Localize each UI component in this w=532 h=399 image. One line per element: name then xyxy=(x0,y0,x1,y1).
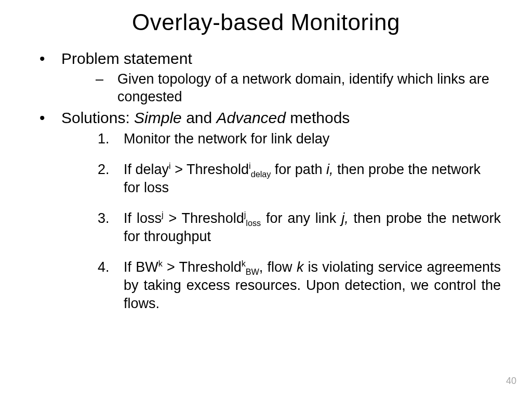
solutions-post: methods xyxy=(286,109,350,126)
slide: Overlay-based Monitoring Problem stateme… xyxy=(0,0,532,313)
t2a: If delay xyxy=(124,162,169,177)
t2sub2: delay xyxy=(251,169,271,179)
t4a: If BW xyxy=(124,259,158,275)
t4sup1: k xyxy=(158,259,163,268)
t3sub2: loss xyxy=(246,218,261,228)
bullet-list: Problem statement Given topology of a ne… xyxy=(31,50,501,313)
t4b: > Threshold xyxy=(163,259,242,275)
solutions-and: and xyxy=(182,109,217,126)
t3c: for any link xyxy=(261,210,341,226)
bullet-solutions: Solutions: Simple and Advanced methods M… xyxy=(31,109,501,313)
num-item-1: Monitor the network for link delay xyxy=(61,130,501,148)
t3b: > Threshold xyxy=(164,210,244,226)
t2c: for path xyxy=(271,162,326,177)
t2i: i, xyxy=(326,162,334,177)
num-item-2: If delayi > Thresholdidelay for path i, … xyxy=(61,161,501,197)
sub-list-problem: Given topology of a network domain, iden… xyxy=(61,71,501,106)
t4c: , flow xyxy=(259,259,297,275)
t4sub2: BW xyxy=(246,267,259,276)
bullet-problem-label: Problem statement xyxy=(61,50,192,67)
page-number: 40 xyxy=(506,376,516,387)
bullet-problem: Problem statement Given topology of a ne… xyxy=(31,50,501,106)
num-item-3: If lossj > Thresholdjloss for any link j… xyxy=(61,209,501,246)
t2sup2: i xyxy=(249,161,251,170)
t4sup2: k xyxy=(242,259,246,268)
numbered-list: Monitor the network for link delay If de… xyxy=(61,130,501,313)
solutions-pre: Solutions: xyxy=(61,109,134,126)
t2b: > Threshold xyxy=(171,162,249,177)
sub-item-problem: Given topology of a network domain, iden… xyxy=(61,71,501,106)
solutions-advanced: Advanced xyxy=(217,109,286,126)
t3j: j, xyxy=(341,210,349,226)
t3a: If loss xyxy=(124,210,162,226)
solutions-simple: Simple xyxy=(134,109,182,126)
num-item-4: If BWk > ThresholdkBW, flow k is violati… xyxy=(61,258,501,313)
t4k: k xyxy=(297,259,304,275)
slide-title: Overlay-based Monitoring xyxy=(31,9,501,35)
